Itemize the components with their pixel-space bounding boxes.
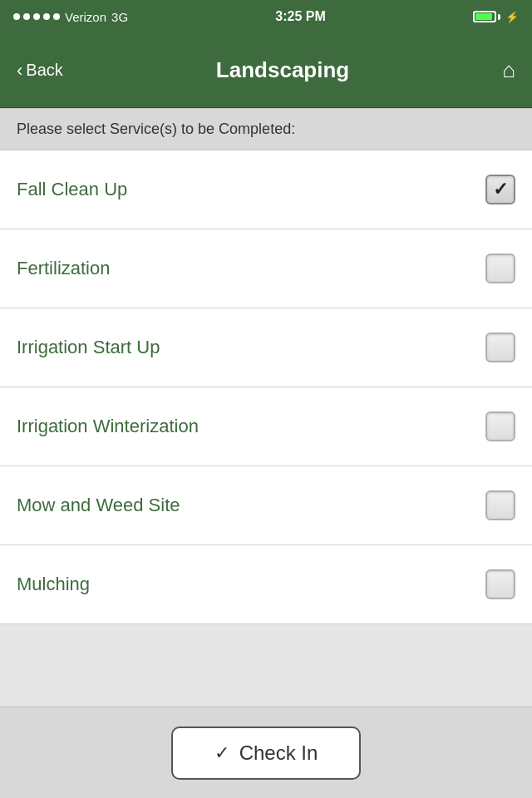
check-in-button[interactable]: ✓ Check In (171, 727, 362, 780)
check-in-label: Check In (239, 741, 318, 765)
checkbox-mow-weed-site[interactable] (485, 490, 515, 520)
item-label-irrigation-start-up: Irrigation Start Up (17, 337, 160, 358)
item-label-mow-weed-site: Mow and Weed Site (17, 495, 180, 516)
home-button[interactable]: ⌂ (502, 57, 515, 83)
nav-bar: ‹ Back Landscaping ⌂ (0, 33, 532, 108)
bottom-bar: ✓ Check In (0, 707, 532, 798)
status-right: ⚡ (473, 11, 519, 23)
checkbox-irrigation-winterization[interactable] (485, 411, 515, 441)
list-item[interactable]: Fall Clean Up (0, 150, 532, 229)
section-header: Please select Service(s) to be Completed… (0, 108, 532, 150)
battery-fill (475, 13, 492, 20)
status-time: 3:25 PM (275, 9, 325, 24)
network-type: 3G (111, 10, 128, 24)
section-header-text: Please select Service(s) to be Completed… (17, 121, 295, 137)
checkbox-fertilization[interactable] (485, 254, 515, 283)
checkbox-fall-clean-up[interactable] (485, 175, 515, 204)
check-icon: ✓ (214, 742, 229, 764)
back-label: Back (26, 61, 62, 80)
page-title: Landscaping (216, 57, 349, 83)
list-item[interactable]: Irrigation Winterization (0, 387, 532, 466)
checkbox-irrigation-start-up[interactable] (485, 332, 515, 362)
back-button[interactable]: ‹ Back (17, 60, 63, 81)
back-chevron-icon: ‹ (17, 60, 22, 81)
list-item[interactable]: Mow and Weed Site (0, 466, 532, 545)
signal-dots (13, 13, 60, 20)
battery-indicator (473, 11, 500, 22)
services-list: Fall Clean UpFertilizationIrrigation Sta… (0, 150, 532, 624)
item-label-fertilization: Fertilization (17, 258, 110, 279)
list-item[interactable]: Fertilization (0, 229, 532, 308)
status-bar: Verizon 3G 3:25 PM ⚡ (0, 0, 532, 33)
checkbox-mulching[interactable] (485, 569, 515, 599)
item-label-irrigation-winterization: Irrigation Winterization (17, 416, 199, 437)
item-label-fall-clean-up: Fall Clean Up (17, 179, 127, 200)
status-left: Verizon 3G (13, 10, 128, 24)
main-content: Please select Service(s) to be Completed… (0, 108, 532, 707)
home-icon: ⌂ (502, 57, 515, 82)
battery-body (473, 11, 496, 22)
item-label-mulching: Mulching (17, 574, 90, 595)
list-item[interactable]: Mulching (0, 545, 532, 624)
carrier-label: Verizon (65, 10, 106, 24)
charging-bolt-icon: ⚡ (505, 11, 519, 23)
list-item[interactable]: Irrigation Start Up (0, 308, 532, 387)
battery-tip (498, 14, 500, 20)
